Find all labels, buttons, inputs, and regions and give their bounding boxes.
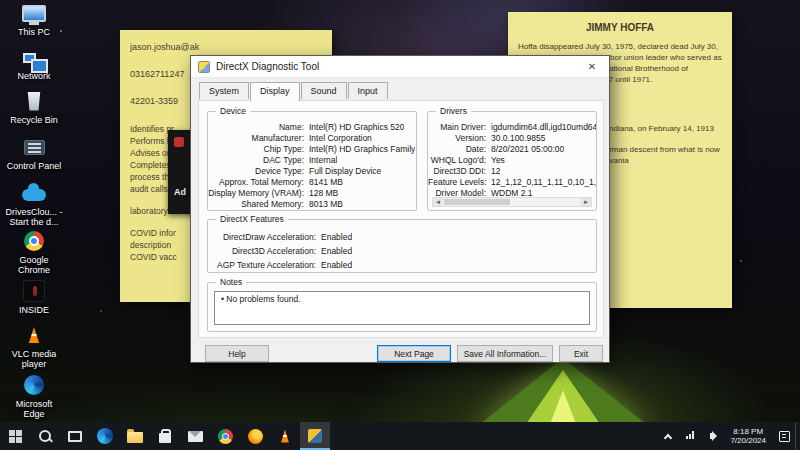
task-view-button[interactable] <box>60 422 90 450</box>
field-label: Display Memory (VRAM): <box>208 188 304 198</box>
desktop-icon-label: VLC media player <box>4 349 64 370</box>
field-label: Direct3D Acceleration: <box>208 246 316 256</box>
directx-features-group: DirectX Features DirectDraw Acceleration… <box>207 219 597 273</box>
field-value: Intel(R) HD Graphics Family <box>309 144 415 154</box>
tab-page-display: Device Name:Intel(R) HD Graphics 520 Man… <box>198 100 604 338</box>
field-label: Feature Levels: <box>428 177 486 187</box>
field-value: 128 MB <box>309 188 338 198</box>
desktop-icon-label: Recycle Bin <box>10 115 58 125</box>
start-button[interactable] <box>0 422 30 450</box>
speaker-icon <box>710 433 714 439</box>
edge-icon <box>24 375 44 395</box>
taskbar-search-button[interactable] <box>30 422 60 450</box>
taskbar-store[interactable] <box>150 422 180 450</box>
field-label: AGP Texture Acceleration: <box>208 260 316 270</box>
firefox-icon <box>248 429 263 444</box>
field-row: Date:8/20/2021 05:00:00 <box>428 143 596 154</box>
taskbar-firefox[interactable] <box>240 422 270 450</box>
titlebar[interactable]: DirectX Diagnostic Tool ✕ <box>191 56 609 78</box>
field-row: Device Type:Full Display Device <box>208 165 416 176</box>
vlc-cone-icon <box>26 327 43 343</box>
field-row: Manufacturer:Intel Corporation <box>208 132 416 143</box>
scrollbar-thumb[interactable] <box>444 199 510 205</box>
taskbar-chrome[interactable] <box>210 422 240 450</box>
field-value: Full Display Device <box>309 166 381 176</box>
desktop-icon-chrome[interactable]: Google Chrome <box>4 230 64 276</box>
desktop-icon-control-panel[interactable]: Control Panel <box>4 136 64 171</box>
dxdiag-app-icon <box>308 429 322 443</box>
field-value: WDDM 2.1 <box>491 188 533 198</box>
tab-input[interactable]: Input <box>348 82 388 99</box>
dxdiag-window: DirectX Diagnostic Tool ✕ System Display… <box>190 55 610 363</box>
action-center-button[interactable] <box>773 422 795 450</box>
taskbar-vlc[interactable] <box>270 422 300 450</box>
desktop-icon-label: Google Chrome <box>4 255 64 276</box>
field-row: AGP Texture Acceleration:Enabled <box>208 258 596 272</box>
field-label: DAC Type: <box>208 155 304 165</box>
field-label: Direct3D DDI: <box>428 166 486 176</box>
field-value: igdumdim64.dll,igd10umd64.dll,igd10u <box>491 122 596 132</box>
field-label: Chip Type: <box>208 144 304 154</box>
desktop-icon-label: Microsoft Edge <box>4 399 64 420</box>
field-label: DirectDraw Acceleration: <box>208 232 316 242</box>
taskbar-mail[interactable] <box>180 422 210 450</box>
store-bag-icon <box>159 433 171 443</box>
tab-display[interactable]: Display <box>250 82 300 101</box>
field-value: Enabled <box>321 232 352 242</box>
desktop-icon-drivescloud[interactable]: DrivesClou... - Start the d... <box>4 182 64 228</box>
close-button[interactable]: ✕ <box>575 56 609 78</box>
volume-tray-button[interactable] <box>701 422 723 450</box>
edge-icon <box>97 428 113 444</box>
network-tray-button[interactable] <box>679 422 701 450</box>
show-desktop-button[interactable] <box>795 422 800 450</box>
field-row: DAC Type:Internal <box>208 154 416 165</box>
desktop-icon-label: This PC <box>18 27 50 37</box>
field-label: Version: <box>428 133 486 143</box>
tray-date: 7/20/2024 <box>730 436 766 446</box>
scroll-right-icon[interactable]: ▸ <box>581 198 591 206</box>
inside-game-icon <box>24 281 44 301</box>
tray-time: 8:18 PM <box>733 427 763 437</box>
next-page-button[interactable]: Next Page <box>377 345 451 362</box>
mail-icon <box>188 431 203 442</box>
tab-system[interactable]: System <box>199 82 249 99</box>
clock-button[interactable]: 8:18 PM 7/20/2024 <box>723 422 773 450</box>
chevron-up-icon <box>664 433 672 441</box>
field-value: Intel Corporation <box>309 133 372 143</box>
taskbar-apps <box>0 422 330 450</box>
field-label: Date: <box>428 144 486 154</box>
field-row: Shared Memory:8013 MB <box>208 198 416 209</box>
desktop-icon-this-pc[interactable]: This PC <box>4 2 64 37</box>
network-icon <box>23 53 36 63</box>
desktop-icon-inside[interactable]: INSIDE <box>4 280 64 315</box>
tab-sound[interactable]: Sound <box>301 82 347 99</box>
field-value: Enabled <box>321 260 352 270</box>
taskbar-edge[interactable] <box>90 422 120 450</box>
background-window-icon <box>174 137 184 147</box>
tray-overflow-button[interactable] <box>657 422 679 450</box>
field-row: Name:Intel(R) HD Graphics 520 <box>208 121 416 132</box>
taskbar: 8:18 PM 7/20/2024 <box>0 422 800 450</box>
scroll-left-icon[interactable]: ◂ <box>433 198 443 206</box>
exit-button[interactable]: Exit <box>559 345 603 362</box>
notes-textarea[interactable]: • No problems found. <box>214 291 590 325</box>
taskbar-file-explorer[interactable] <box>120 422 150 450</box>
tab-strip: System Display Sound Input <box>199 82 389 99</box>
desktop-icon-vlc[interactable]: VLC media player <box>4 324 64 370</box>
field-row: Chip Type:Intel(R) HD Graphics Family <box>208 143 416 154</box>
scrollbar-track[interactable] <box>511 198 581 206</box>
taskbar-dxdiag-active[interactable] <box>300 422 330 450</box>
task-view-icon <box>68 431 82 442</box>
recycle-bin-icon <box>27 92 42 111</box>
notes-text: No problems found. <box>226 294 300 304</box>
field-value: Yes <box>491 155 505 165</box>
drivers-scrollbar[interactable]: ◂ ▸ <box>432 197 592 207</box>
save-all-button[interactable]: Save All Information... <box>457 345 553 362</box>
desktop-icon-network[interactable]: Network <box>4 46 64 81</box>
control-panel-icon <box>24 140 45 155</box>
help-button[interactable]: Help <box>205 345 269 362</box>
field-value: 8141 MB <box>309 177 343 187</box>
action-center-icon <box>779 431 790 442</box>
desktop-icon-recycle-bin[interactable]: Recycle Bin <box>4 90 64 125</box>
desktop-icon-edge[interactable]: Microsoft Edge <box>4 374 64 420</box>
